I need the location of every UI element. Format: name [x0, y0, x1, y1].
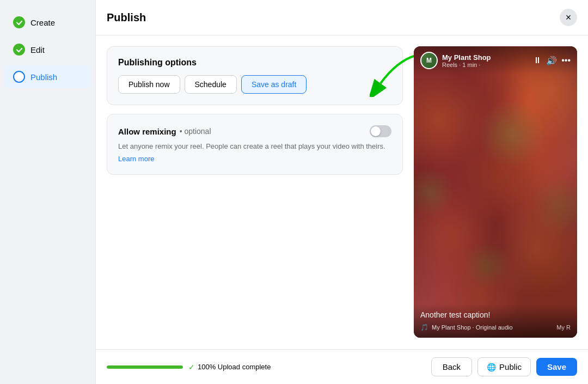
- publishing-options-title: Publishing options: [118, 58, 391, 68]
- sidebar-item-edit[interactable]: Edit: [4, 38, 91, 61]
- modal-title: Publish: [107, 11, 146, 24]
- upload-text-row: ✓ 100% Upload complete: [188, 363, 271, 371]
- modal-header: Publish ×: [96, 0, 588, 35]
- upload-check-icon: ✓: [188, 363, 195, 371]
- account-sub: Reels · 1 min ·: [442, 62, 491, 68]
- footer-right: Back 🌐 Public Save: [431, 357, 577, 376]
- remixing-optional: • optional: [180, 127, 211, 136]
- publish-now-button[interactable]: Publish now: [118, 75, 180, 94]
- caption-text: Another test caption!: [420, 310, 571, 319]
- progress-bar-fill: [107, 365, 183, 369]
- audio-wave-icon: 🎵: [420, 324, 428, 331]
- public-button[interactable]: 🌐 Public: [477, 357, 531, 376]
- close-button[interactable]: ×: [560, 9, 577, 26]
- sidebar-label-edit: Edit: [30, 45, 45, 54]
- save-as-draft-button[interactable]: Save as draft: [241, 75, 307, 94]
- video-top-bar: M My Plant Shop Reels · 1 min · ⏸ 🔊 •••: [414, 46, 577, 75]
- audio-right: My R: [556, 324, 571, 331]
- publishing-options-card: Publishing options Publish now Schedule …: [107, 46, 403, 105]
- globe-icon: 🌐: [487, 363, 496, 371]
- audio-text: My Plant Shop · Original audio: [432, 324, 513, 331]
- check-icon-create: [13, 16, 25, 28]
- more-icon[interactable]: •••: [561, 56, 571, 65]
- remixing-title: Allow remixing: [118, 127, 176, 136]
- check-icon-edit: [13, 44, 25, 56]
- remixing-card: Allow remixing • optional Let anyone rem…: [107, 114, 403, 175]
- upload-status: ✓ 100% Upload complete: [107, 363, 271, 371]
- back-button[interactable]: Back: [431, 357, 472, 376]
- video-account: M My Plant Shop Reels · 1 min ·: [420, 52, 491, 69]
- video-account-info: My Plant Shop Reels · 1 min ·: [442, 53, 491, 68]
- sidebar-item-publish[interactable]: Publish: [4, 65, 91, 88]
- main-content: Publish × Publishing options Publish now…: [95, 0, 588, 384]
- remixing-toggle[interactable]: [370, 125, 391, 137]
- video-controls: ⏸ 🔊 •••: [533, 56, 571, 66]
- save-button[interactable]: Save: [536, 358, 577, 376]
- public-label: Public: [499, 362, 522, 371]
- remixing-description: Let anyone remix your reel. People can c…: [118, 142, 391, 151]
- avatar: M: [420, 52, 438, 69]
- account-name: My Plant Shop: [442, 53, 491, 62]
- modal-footer: ✓ 100% Upload complete Back 🌐 Public Sav…: [96, 349, 588, 384]
- modal-body: Publishing options Publish now Schedule …: [96, 35, 588, 349]
- video-preview: M My Plant Shop Reels · 1 min · ⏸ 🔊 •••: [414, 46, 577, 338]
- progress-bar-container: [107, 365, 183, 369]
- sidebar-label-create: Create: [30, 18, 55, 27]
- volume-icon[interactable]: 🔊: [546, 56, 557, 66]
- video-bottom: Another test caption! 🎵 My Plant Shop · …: [414, 304, 577, 338]
- circle-icon-publish: [13, 71, 25, 83]
- sidebar: Create Edit Publish: [0, 0, 95, 384]
- pause-icon[interactable]: ⏸: [533, 56, 542, 65]
- audio-bar: 🎵 My Plant Shop · Original audio My R: [420, 324, 571, 331]
- left-panel: Publishing options Publish now Schedule …: [107, 46, 403, 338]
- sidebar-item-create[interactable]: Create: [4, 11, 91, 34]
- schedule-button[interactable]: Schedule: [185, 75, 237, 94]
- sidebar-label-publish: Publish: [30, 72, 57, 82]
- video-background: M My Plant Shop Reels · 1 min · ⏸ 🔊 •••: [414, 46, 577, 338]
- learn-more-link[interactable]: Learn more: [118, 155, 154, 163]
- remixing-title-row: Allow remixing • optional: [118, 127, 211, 136]
- remixing-header: Allow remixing • optional: [118, 125, 391, 137]
- audio-info: 🎵 My Plant Shop · Original audio: [420, 324, 513, 331]
- upload-label: 100% Upload complete: [198, 363, 271, 371]
- publish-options-group: Publish now Schedule Save as draft: [118, 75, 391, 94]
